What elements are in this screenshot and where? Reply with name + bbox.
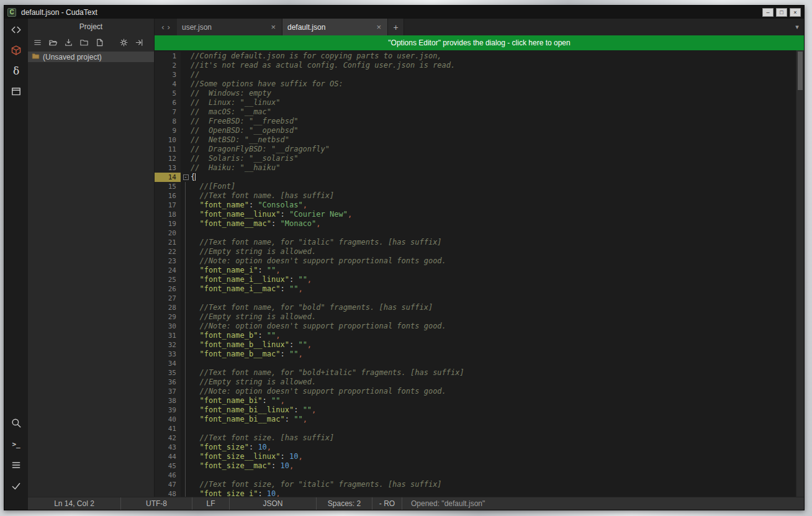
tab-scroll-left-icon[interactable]: ‹ xyxy=(161,22,164,32)
code-line[interactable]: 6// Linux: "__linux" xyxy=(155,98,804,107)
code-line[interactable]: 45 "font_size__mac": 10, xyxy=(155,461,804,471)
fold-column xyxy=(181,359,191,368)
tab-scroll-right-icon[interactable]: › xyxy=(168,22,170,32)
code-line[interactable]: 44 "font_size__linux": 10, xyxy=(155,452,804,461)
code-line[interactable]: 30 //Note: option doesn't support propor… xyxy=(155,322,804,331)
code-line[interactable]: 4//Some options have suffix for OS: xyxy=(155,79,804,89)
add-folder-icon[interactable] xyxy=(79,37,89,48)
line-number: 6 xyxy=(155,98,181,107)
tab-close-icon[interactable]: × xyxy=(375,22,382,32)
status-tab-size[interactable]: Spaces: 2 xyxy=(317,497,372,510)
code-line[interactable]: 19 "font_name__mac": "Monaco", xyxy=(155,219,804,229)
code-line[interactable]: 11// DragonFlyBSD: "__dragonfly" xyxy=(155,145,804,154)
code-line[interactable]: 7// macOS: "__mac" xyxy=(155,107,804,117)
code-editor[interactable]: 1//Config default.json is for copying pa… xyxy=(155,50,804,497)
code-line[interactable]: 35 //Text font name, for "bold+italic" f… xyxy=(155,368,804,378)
code-line[interactable]: 38 "font_name_bi": "", xyxy=(155,396,804,405)
status-readonly[interactable]: - RO xyxy=(372,497,402,510)
code-line[interactable]: 33 "font_name_b__mac": "", xyxy=(155,350,804,359)
code-line[interactable]: 23 //Note: option doesn't support propor… xyxy=(155,256,804,266)
code-line[interactable]: 34 xyxy=(155,359,804,368)
code-line[interactable]: 12// Solaris: "__solaris" xyxy=(155,154,804,163)
save-project-icon[interactable] xyxy=(63,37,74,48)
delta-icon[interactable]: δ xyxy=(9,65,24,77)
code-line[interactable]: 27 xyxy=(155,294,804,303)
output-icon[interactable] xyxy=(9,459,24,471)
code-line[interactable]: 13// Haiku: "__haiku" xyxy=(155,163,804,173)
code-line[interactable]: 15 //[Font] xyxy=(155,182,804,191)
console-icon[interactable]: >_ xyxy=(9,438,24,450)
options-editor-banner[interactable]: "Options Editor" provides the dialog - c… xyxy=(155,35,804,50)
folder-icon[interactable] xyxy=(32,52,40,63)
tab-list-dropdown-icon[interactable]: ▾ xyxy=(790,19,804,35)
code-line[interactable]: 29 //Empty string is allowed. xyxy=(155,312,804,322)
editor-vscrollbar[interactable] xyxy=(796,50,804,497)
line-number: 48 xyxy=(155,489,181,497)
code-line[interactable]: 47 //Text font size, for "italic" fragme… xyxy=(155,480,804,489)
project-tree: (Unsaved project) xyxy=(28,50,154,497)
search-icon[interactable] xyxy=(9,417,24,429)
fold-collapse-icon[interactable]: - xyxy=(183,174,189,180)
new-tab-button[interactable]: + xyxy=(388,19,404,35)
code-line[interactable]: 31 "font_name_b": "", xyxy=(155,331,804,340)
tabs-list-icon[interactable] xyxy=(9,85,24,97)
tab-default-json[interactable]: default.json× xyxy=(282,19,388,35)
code-line[interactable]: 46 xyxy=(155,471,804,480)
code-line[interactable]: 5// Windows: empty xyxy=(155,89,804,98)
code-line[interactable]: 3// xyxy=(155,70,804,79)
validate-icon[interactable] xyxy=(9,480,24,492)
project-item[interactable]: (Unsaved project) xyxy=(28,52,154,62)
menu-icon[interactable] xyxy=(32,37,43,48)
code-line[interactable]: 17 "font_name": "Consolas", xyxy=(155,201,804,210)
tab-close-icon[interactable]: × xyxy=(269,22,277,32)
line-number: 24 xyxy=(155,266,181,275)
code-line[interactable]: 26 "font_name_i__mac": "", xyxy=(155,284,804,294)
code-line[interactable]: 32 "font_name_b__linux": "", xyxy=(155,340,804,350)
add-file-icon[interactable] xyxy=(94,37,105,48)
code-line[interactable]: 42 //Text font size. [has suffix] xyxy=(155,433,804,443)
settings-icon[interactable] xyxy=(119,37,129,48)
code-line[interactable]: 40 "font_name_bi__mac": "", xyxy=(155,415,804,424)
status-encoding[interactable]: UTF-8 xyxy=(121,497,192,510)
line-number: 21 xyxy=(155,238,181,247)
code-line[interactable]: 22 //Empty string is allowed. xyxy=(155,247,804,256)
code-line[interactable]: 36 //Empty string is allowed. xyxy=(155,378,804,387)
code-line[interactable]: 43 "font_size": 10, xyxy=(155,443,804,452)
code-line[interactable]: 41 xyxy=(155,424,804,433)
scrollbar-thumb[interactable] xyxy=(798,52,803,90)
close-button[interactable]: × xyxy=(790,8,801,17)
desktop-wallpaper: C default.json - CudaText –□× δ >_ Proje… xyxy=(0,0,812,516)
code-line[interactable]: 21 //Text font name, for "italic" fragme… xyxy=(155,238,804,247)
code-line[interactable]: 1//Config default.json is for copying pa… xyxy=(155,52,804,61)
code-line[interactable]: 2//it's not read as actual config. Confi… xyxy=(155,61,804,70)
project-toolbar xyxy=(28,35,154,50)
code-line[interactable]: 10// NetBSD: "__netbsd" xyxy=(155,135,804,145)
code-line[interactable]: 24 "font_name_i": "", xyxy=(155,266,804,275)
minimize-button[interactable]: – xyxy=(762,8,774,17)
status-line-endings[interactable]: LF xyxy=(192,497,230,510)
goto-file-icon[interactable] xyxy=(134,37,145,48)
code-icon[interactable] xyxy=(9,24,24,36)
window-titlebar[interactable]: C default.json - CudaText –□× xyxy=(4,6,804,19)
code-line[interactable]: 39 "font_name_bi__linux": "", xyxy=(155,405,804,415)
code-line[interactable]: 18 "font_name__linux": "Courier New", xyxy=(155,210,804,219)
maximize-button[interactable]: □ xyxy=(776,8,787,17)
code-line[interactable]: 9// OpenBSD: "__openbsd" xyxy=(155,126,804,135)
fold-column xyxy=(181,461,191,471)
code-line[interactable]: 20 xyxy=(155,229,804,238)
code-text: //Text font name, for "italic" fragments… xyxy=(191,238,804,247)
status-message[interactable]: Opened: "default.json" xyxy=(402,497,804,510)
project-icon[interactable] xyxy=(9,44,24,57)
status-caret-position[interactable]: Ln 14, Col 2 xyxy=(28,497,121,510)
code-line[interactable]: 14-{ xyxy=(155,173,804,182)
code-line[interactable]: 16 //Text font name. [has suffix] xyxy=(155,191,804,201)
code-line[interactable]: 25 "font_name_i__linux": "", xyxy=(155,275,804,284)
tab-user-json[interactable]: user.json× xyxy=(177,19,282,35)
fold-column xyxy=(181,52,191,61)
code-line[interactable]: 37 //Note: option doesn't support propor… xyxy=(155,387,804,396)
code-line[interactable]: 48 "font_size_i": 10, xyxy=(155,489,804,497)
code-line[interactable]: 28 //Text font name, for "bold" fragment… xyxy=(155,303,804,312)
code-line[interactable]: 8// FreeBSD: "__freebsd" xyxy=(155,117,804,126)
status-lexer[interactable]: JSON xyxy=(230,497,317,510)
open-folder-icon[interactable] xyxy=(48,37,58,48)
